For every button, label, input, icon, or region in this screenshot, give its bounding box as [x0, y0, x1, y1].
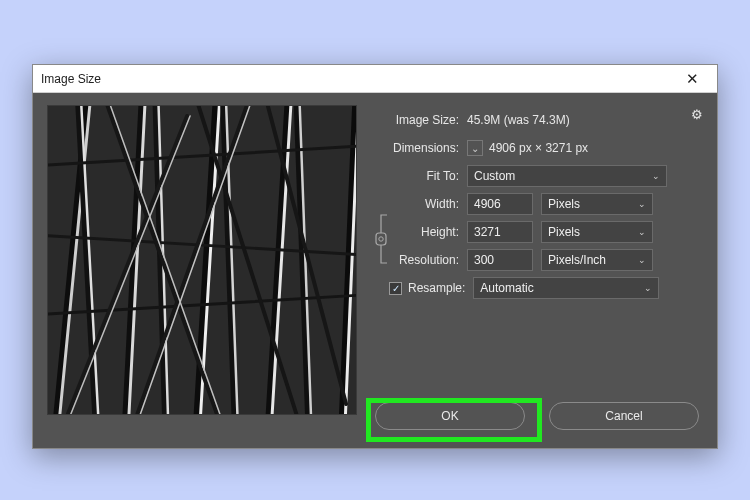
- cancel-button[interactable]: Cancel: [549, 402, 699, 430]
- dimensions-label: Dimensions:: [371, 141, 467, 155]
- ok-button[interactable]: OK: [375, 402, 525, 430]
- height-input[interactable]: 3271: [467, 221, 533, 243]
- chevron-down-icon: ⌄: [638, 227, 646, 237]
- settings-panel: ⚙ Image Size: 45.9M (was 74.3M) Dimensio…: [371, 105, 703, 434]
- dimensions-value: 4906 px × 3271 px: [489, 141, 588, 155]
- resample-select[interactable]: Automatic ⌄: [473, 277, 659, 299]
- chevron-down-icon: ⌄: [638, 255, 646, 265]
- width-row: Width: 4906 Pixels ⌄: [393, 191, 703, 217]
- chevron-down-icon: ⌄: [652, 171, 660, 181]
- titlebar: Image Size ✕: [33, 65, 717, 93]
- resolution-row: Resolution: 300 Pixels/Inch ⌄: [371, 247, 703, 273]
- svg-rect-30: [376, 233, 386, 245]
- resample-checkbox[interactable]: ✓: [389, 282, 402, 295]
- close-icon[interactable]: ✕: [675, 68, 709, 90]
- dimensions-row: Dimensions: ⌄ 4906 px × 3271 px: [371, 135, 703, 161]
- height-label: Height:: [393, 225, 467, 239]
- image-size-row: Image Size: 45.9M (was 74.3M): [371, 107, 703, 133]
- resample-label: Resample:: [408, 281, 465, 295]
- width-unit-select[interactable]: Pixels ⌄: [541, 193, 653, 215]
- height-row: Height: 3271 Pixels ⌄: [393, 219, 703, 245]
- fit-to-select[interactable]: Custom ⌄: [467, 165, 667, 187]
- fit-to-label: Fit To:: [371, 169, 467, 183]
- constrain-proportions-icon[interactable]: [373, 211, 391, 267]
- dialog-buttons: OK Cancel: [371, 402, 703, 434]
- dimensions-dropdown-icon[interactable]: ⌄: [467, 140, 483, 156]
- fit-to-value: Custom: [474, 169, 515, 183]
- fit-to-row: Fit To: Custom ⌄: [371, 163, 703, 189]
- dialog-title: Image Size: [41, 72, 101, 86]
- image-preview: [47, 105, 357, 415]
- chevron-down-icon: ⌄: [644, 283, 652, 293]
- image-size-dialog: Image Size ✕: [32, 64, 718, 449]
- chevron-down-icon: ⌄: [638, 199, 646, 209]
- height-unit-select[interactable]: Pixels ⌄: [541, 221, 653, 243]
- dialog-content: ⚙ Image Size: 45.9M (was 74.3M) Dimensio…: [33, 93, 717, 448]
- resolution-unit-select[interactable]: Pixels/Inch ⌄: [541, 249, 653, 271]
- width-label: Width:: [393, 197, 467, 211]
- image-size-value: 45.9M (was 74.3M): [467, 113, 570, 127]
- width-input[interactable]: 4906: [467, 193, 533, 215]
- resample-row: ✓ Resample: Automatic ⌄: [371, 275, 703, 301]
- image-size-label: Image Size:: [371, 113, 467, 127]
- resolution-input[interactable]: 300: [467, 249, 533, 271]
